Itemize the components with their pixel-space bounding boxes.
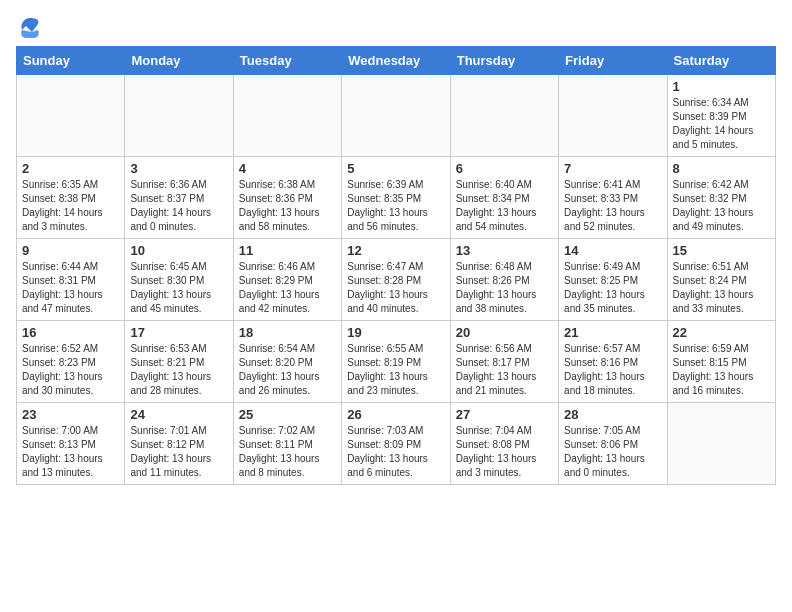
day-number: 14 (564, 243, 661, 258)
day-number: 24 (130, 407, 227, 422)
calendar-cell: 24Sunrise: 7:01 AM Sunset: 8:12 PM Dayli… (125, 403, 233, 485)
day-info: Sunrise: 6:51 AM Sunset: 8:24 PM Dayligh… (673, 260, 770, 316)
day-info: Sunrise: 6:46 AM Sunset: 8:29 PM Dayligh… (239, 260, 336, 316)
calendar-cell: 22Sunrise: 6:59 AM Sunset: 8:15 PM Dayli… (667, 321, 775, 403)
day-number: 9 (22, 243, 119, 258)
logo (16, 16, 42, 36)
calendar-table: SundayMondayTuesdayWednesdayThursdayFrid… (16, 46, 776, 485)
calendar-cell (125, 75, 233, 157)
day-number: 18 (239, 325, 336, 340)
day-info: Sunrise: 7:01 AM Sunset: 8:12 PM Dayligh… (130, 424, 227, 480)
calendar-cell: 21Sunrise: 6:57 AM Sunset: 8:16 PM Dayli… (559, 321, 667, 403)
day-number: 15 (673, 243, 770, 258)
calendar-cell: 23Sunrise: 7:00 AM Sunset: 8:13 PM Dayli… (17, 403, 125, 485)
day-number: 17 (130, 325, 227, 340)
weekday-header-sunday: Sunday (17, 47, 125, 75)
week-row-1: 2Sunrise: 6:35 AM Sunset: 8:38 PM Daylig… (17, 157, 776, 239)
day-info: Sunrise: 6:53 AM Sunset: 8:21 PM Dayligh… (130, 342, 227, 398)
day-info: Sunrise: 6:49 AM Sunset: 8:25 PM Dayligh… (564, 260, 661, 316)
day-number: 6 (456, 161, 553, 176)
day-number: 10 (130, 243, 227, 258)
weekday-header-wednesday: Wednesday (342, 47, 450, 75)
page-header (16, 16, 776, 36)
calendar-cell: 6Sunrise: 6:40 AM Sunset: 8:34 PM Daylig… (450, 157, 558, 239)
day-info: Sunrise: 6:41 AM Sunset: 8:33 PM Dayligh… (564, 178, 661, 234)
day-number: 7 (564, 161, 661, 176)
calendar-cell: 25Sunrise: 7:02 AM Sunset: 8:11 PM Dayli… (233, 403, 341, 485)
calendar-cell (342, 75, 450, 157)
calendar-cell (450, 75, 558, 157)
calendar-cell: 16Sunrise: 6:52 AM Sunset: 8:23 PM Dayli… (17, 321, 125, 403)
day-number: 4 (239, 161, 336, 176)
calendar-cell: 15Sunrise: 6:51 AM Sunset: 8:24 PM Dayli… (667, 239, 775, 321)
calendar-cell: 27Sunrise: 7:04 AM Sunset: 8:08 PM Dayli… (450, 403, 558, 485)
day-info: Sunrise: 6:40 AM Sunset: 8:34 PM Dayligh… (456, 178, 553, 234)
day-number: 13 (456, 243, 553, 258)
day-info: Sunrise: 6:34 AM Sunset: 8:39 PM Dayligh… (673, 96, 770, 152)
day-info: Sunrise: 6:59 AM Sunset: 8:15 PM Dayligh… (673, 342, 770, 398)
week-row-2: 9Sunrise: 6:44 AM Sunset: 8:31 PM Daylig… (17, 239, 776, 321)
day-info: Sunrise: 6:47 AM Sunset: 8:28 PM Dayligh… (347, 260, 444, 316)
day-info: Sunrise: 7:00 AM Sunset: 8:13 PM Dayligh… (22, 424, 119, 480)
week-row-4: 23Sunrise: 7:00 AM Sunset: 8:13 PM Dayli… (17, 403, 776, 485)
day-number: 25 (239, 407, 336, 422)
day-info: Sunrise: 7:05 AM Sunset: 8:06 PM Dayligh… (564, 424, 661, 480)
day-info: Sunrise: 6:39 AM Sunset: 8:35 PM Dayligh… (347, 178, 444, 234)
day-number: 5 (347, 161, 444, 176)
day-info: Sunrise: 6:44 AM Sunset: 8:31 PM Dayligh… (22, 260, 119, 316)
day-info: Sunrise: 6:55 AM Sunset: 8:19 PM Dayligh… (347, 342, 444, 398)
day-info: Sunrise: 7:02 AM Sunset: 8:11 PM Dayligh… (239, 424, 336, 480)
calendar-cell: 8Sunrise: 6:42 AM Sunset: 8:32 PM Daylig… (667, 157, 775, 239)
calendar-cell: 28Sunrise: 7:05 AM Sunset: 8:06 PM Dayli… (559, 403, 667, 485)
calendar-cell: 5Sunrise: 6:39 AM Sunset: 8:35 PM Daylig… (342, 157, 450, 239)
day-number: 1 (673, 79, 770, 94)
day-info: Sunrise: 6:57 AM Sunset: 8:16 PM Dayligh… (564, 342, 661, 398)
day-number: 23 (22, 407, 119, 422)
day-number: 21 (564, 325, 661, 340)
calendar-cell (667, 403, 775, 485)
calendar-cell: 7Sunrise: 6:41 AM Sunset: 8:33 PM Daylig… (559, 157, 667, 239)
weekday-header-monday: Monday (125, 47, 233, 75)
logo-icon (18, 16, 42, 40)
day-info: Sunrise: 7:04 AM Sunset: 8:08 PM Dayligh… (456, 424, 553, 480)
day-number: 8 (673, 161, 770, 176)
week-row-3: 16Sunrise: 6:52 AM Sunset: 8:23 PM Dayli… (17, 321, 776, 403)
day-info: Sunrise: 6:56 AM Sunset: 8:17 PM Dayligh… (456, 342, 553, 398)
day-info: Sunrise: 6:36 AM Sunset: 8:37 PM Dayligh… (130, 178, 227, 234)
calendar-cell: 14Sunrise: 6:49 AM Sunset: 8:25 PM Dayli… (559, 239, 667, 321)
calendar-cell: 2Sunrise: 6:35 AM Sunset: 8:38 PM Daylig… (17, 157, 125, 239)
calendar-cell: 19Sunrise: 6:55 AM Sunset: 8:19 PM Dayli… (342, 321, 450, 403)
calendar-cell: 12Sunrise: 6:47 AM Sunset: 8:28 PM Dayli… (342, 239, 450, 321)
calendar-cell: 10Sunrise: 6:45 AM Sunset: 8:30 PM Dayli… (125, 239, 233, 321)
weekday-header-row: SundayMondayTuesdayWednesdayThursdayFrid… (17, 47, 776, 75)
day-number: 2 (22, 161, 119, 176)
calendar-cell (17, 75, 125, 157)
weekday-header-thursday: Thursday (450, 47, 558, 75)
calendar-cell: 20Sunrise: 6:56 AM Sunset: 8:17 PM Dayli… (450, 321, 558, 403)
calendar-cell: 18Sunrise: 6:54 AM Sunset: 8:20 PM Dayli… (233, 321, 341, 403)
day-number: 26 (347, 407, 444, 422)
day-number: 19 (347, 325, 444, 340)
calendar-cell: 9Sunrise: 6:44 AM Sunset: 8:31 PM Daylig… (17, 239, 125, 321)
day-info: Sunrise: 6:45 AM Sunset: 8:30 PM Dayligh… (130, 260, 227, 316)
day-info: Sunrise: 6:35 AM Sunset: 8:38 PM Dayligh… (22, 178, 119, 234)
day-number: 16 (22, 325, 119, 340)
week-row-0: 1Sunrise: 6:34 AM Sunset: 8:39 PM Daylig… (17, 75, 776, 157)
calendar-cell (233, 75, 341, 157)
day-number: 28 (564, 407, 661, 422)
day-info: Sunrise: 6:54 AM Sunset: 8:20 PM Dayligh… (239, 342, 336, 398)
day-number: 11 (239, 243, 336, 258)
calendar-cell: 1Sunrise: 6:34 AM Sunset: 8:39 PM Daylig… (667, 75, 775, 157)
calendar-cell: 13Sunrise: 6:48 AM Sunset: 8:26 PM Dayli… (450, 239, 558, 321)
calendar-cell: 26Sunrise: 7:03 AM Sunset: 8:09 PM Dayli… (342, 403, 450, 485)
calendar-cell: 4Sunrise: 6:38 AM Sunset: 8:36 PM Daylig… (233, 157, 341, 239)
day-number: 20 (456, 325, 553, 340)
calendar-cell: 17Sunrise: 6:53 AM Sunset: 8:21 PM Dayli… (125, 321, 233, 403)
day-info: Sunrise: 7:03 AM Sunset: 8:09 PM Dayligh… (347, 424, 444, 480)
day-info: Sunrise: 6:48 AM Sunset: 8:26 PM Dayligh… (456, 260, 553, 316)
day-number: 27 (456, 407, 553, 422)
calendar-cell: 3Sunrise: 6:36 AM Sunset: 8:37 PM Daylig… (125, 157, 233, 239)
day-number: 12 (347, 243, 444, 258)
day-number: 3 (130, 161, 227, 176)
day-info: Sunrise: 6:52 AM Sunset: 8:23 PM Dayligh… (22, 342, 119, 398)
